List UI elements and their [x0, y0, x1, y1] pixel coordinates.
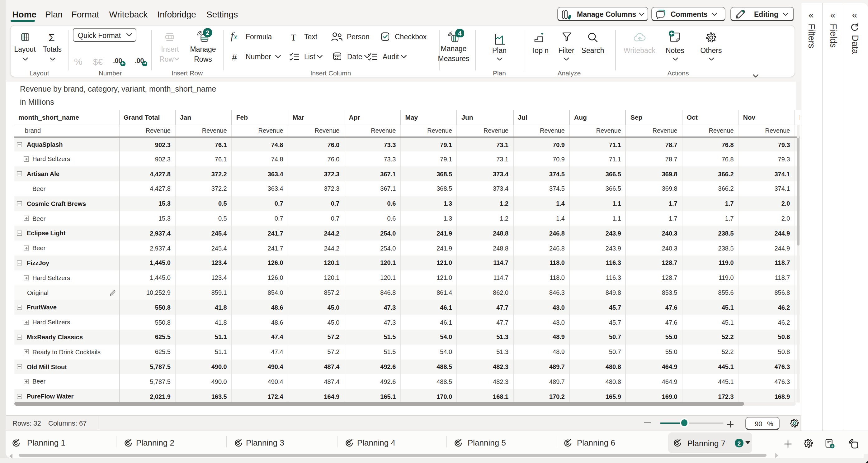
svg-text:2: 2: [206, 29, 210, 36]
svg-text:4: 4: [458, 30, 461, 36]
